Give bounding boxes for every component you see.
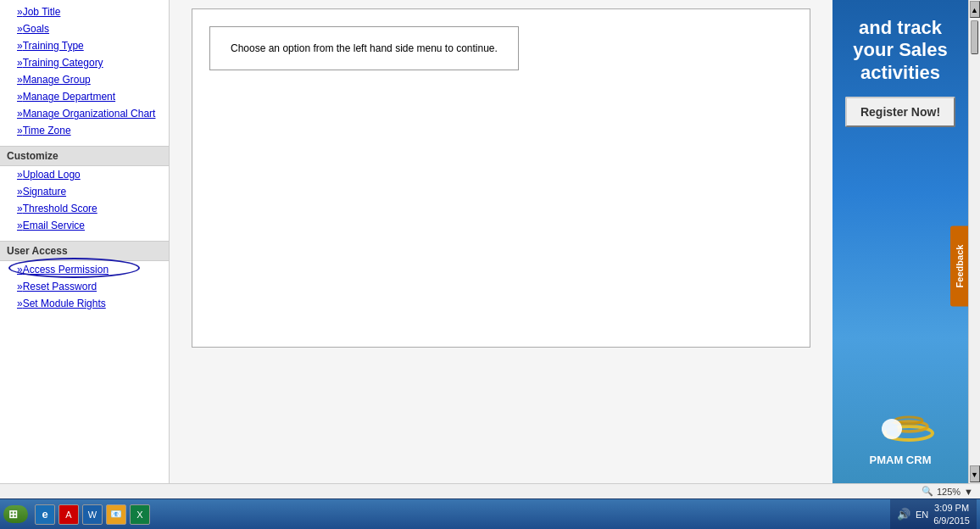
sidebar-header-user-access: User Access [0, 241, 169, 261]
content-frame: Choose an option from the left hand side… [192, 8, 810, 348]
sidebar-item-threshold-score[interactable]: Threshold Score [0, 200, 169, 217]
scrollbar-track-body [969, 56, 980, 465]
info-message: Choose an option from the left hand side… [231, 42, 498, 54]
main-content-area: Choose an option from the left hand side… [170, 0, 832, 483]
taskbar-icon-3[interactable]: 📧 [106, 504, 126, 525]
sidebar-item-manage-department[interactable]: Manage Department [0, 88, 169, 105]
tray-icon-1: 🔊 [897, 508, 910, 521]
bottom-bar: 🔍 125% ▼ [0, 483, 980, 498]
scroll-down-button[interactable]: ▼ [970, 465, 980, 482]
sidebar-item-manage-group[interactable]: Manage Group [0, 71, 169, 88]
pmam-brand-label: PMAM CRM [870, 454, 932, 466]
zoom-icon: 🔍 [922, 486, 933, 497]
ie-icon[interactable]: e [35, 504, 55, 525]
zoom-dropdown-icon[interactable]: ▼ [964, 487, 973, 497]
sidebar-item-email-service[interactable]: Email Service [0, 217, 169, 234]
feedback-button[interactable]: Feedback [950, 226, 968, 306]
ad-text: and track your Sales activities [844, 0, 955, 88]
sidebar-item-time-zone[interactable]: Time Zone [0, 122, 169, 139]
sidebar-item-upload-logo[interactable]: Upload Logo [0, 166, 169, 183]
zoom-level: 125% [937, 487, 961, 497]
scrollbar-track[interactable]: ▲ ▼ [968, 0, 980, 483]
sidebar-item-set-module-rights[interactable]: Set Module Rights [0, 295, 169, 312]
tray-icon-2: EN [916, 510, 928, 520]
main-body: Job TitleGoalsTraining TypeTraining Cate… [0, 0, 980, 483]
taskbar-icon-1[interactable]: A [58, 504, 79, 525]
sidebar-item-reset-password[interactable]: Reset Password [0, 278, 169, 295]
sidebar-item-manage-org-chart[interactable]: Manage Organizational Chart [0, 105, 169, 122]
svg-point-4 [886, 423, 898, 435]
sidebar-item-goals[interactable]: Goals [0, 20, 169, 37]
scrollbar-thumb[interactable] [971, 20, 978, 54]
pmam-logo-icon [866, 408, 934, 450]
app-window: Job TitleGoalsTraining TypeTraining Cate… [0, 0, 980, 529]
taskbar-icon-2[interactable]: W [82, 504, 103, 525]
taskbar: ⊞ e A W 📧 X 🔊 EN 3:09 PM 6/9/2015 [0, 498, 980, 529]
pmam-logo-area: PMAM CRM [866, 408, 934, 483]
register-now-button[interactable]: Register Now! [845, 97, 955, 127]
feedback-tab-wrapper: Feedback [950, 226, 968, 306]
taskbar-tray: 🔊 EN 3:09 PM 6/9/2015 [890, 499, 977, 529]
sidebar-item-access-permission[interactable]: Access Permission [0, 261, 169, 278]
taskbar-icon-4[interactable]: X [130, 504, 150, 525]
sidebar-item-training-category[interactable]: Training Category [0, 54, 169, 71]
scroll-up-button[interactable]: ▲ [970, 1, 980, 18]
sidebar-header-customize: Customize [0, 146, 169, 166]
sidebar-item-job-title[interactable]: Job Title [0, 3, 169, 20]
sidebar-item-training-type[interactable]: Training Type [0, 37, 169, 54]
sidebar-item-signature[interactable]: Signature [0, 183, 169, 200]
info-box: Choose an option from the left hand side… [209, 26, 519, 70]
windows-icon: ⊞ [8, 508, 18, 521]
access-permission-wrapper: Access Permission [0, 261, 169, 278]
sidebar: Job TitleGoalsTraining TypeTraining Cate… [0, 0, 170, 483]
start-button[interactable]: ⊞ [3, 505, 28, 523]
ad-panel: and track your Sales activities Register… [832, 0, 968, 483]
taskbar-clock: 3:09 PM 6/9/2015 [933, 502, 970, 526]
